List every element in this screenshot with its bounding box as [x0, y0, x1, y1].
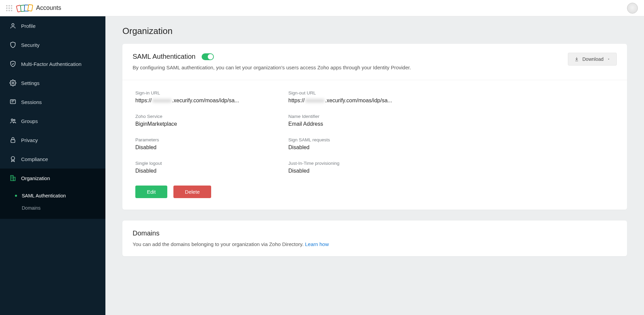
- sidebar-subitems: SAML Authentication Domains: [0, 188, 105, 219]
- svg-rect-8: [13, 177, 15, 181]
- logo[interactable]: Accounts: [18, 4, 61, 12]
- saml-card: SAML Authentication By configuring SAML …: [122, 44, 627, 210]
- sidebar-item-sessions[interactable]: Sessions: [0, 92, 105, 111]
- saml-toggle[interactable]: [202, 53, 214, 60]
- svg-rect-5: [11, 140, 15, 142]
- field-value: Disabled: [135, 144, 275, 151]
- svg-point-0: [12, 23, 14, 26]
- sidebar-subitem-domains[interactable]: Domains: [0, 202, 105, 214]
- field-label: Sign-in URL: [135, 90, 275, 95]
- download-icon: [574, 57, 579, 62]
- sidebar-item-security[interactable]: Security: [0, 35, 105, 54]
- sidebar-subitem-saml[interactable]: SAML Authentication: [0, 190, 105, 202]
- saml-description: By configuring SAML authentication, you …: [133, 64, 560, 72]
- sidebar-item-compliance[interactable]: Compliance: [0, 150, 105, 169]
- svg-point-1: [12, 82, 14, 84]
- field-label: Sign-out URL: [288, 90, 428, 95]
- sidebar-subitem-label: Domains: [22, 205, 40, 211]
- learn-how-link[interactable]: Learn how: [305, 241, 329, 247]
- svg-point-3: [11, 119, 13, 121]
- main-content: Organization SAML Authentication By conf…: [105, 16, 644, 315]
- sidebar-item-label: Multi-Factor Authentication: [21, 61, 82, 67]
- sidebar-item-label: Profile: [21, 23, 36, 29]
- shield-icon: [10, 41, 16, 48]
- field-label: Zoho Service: [135, 114, 275, 119]
- delete-button[interactable]: Delete: [173, 186, 211, 198]
- field-value: BiginMarketplace: [135, 121, 275, 127]
- sidebar-item-label: Groups: [21, 118, 38, 124]
- saml-card-body: Sign-in URL https:// xxxxxxx .xecurify.c…: [122, 80, 627, 210]
- sidebar: Profile Security Multi-Factor Authentica…: [0, 16, 105, 315]
- ribbon-icon: [10, 156, 16, 162]
- field-name-identifier: Name Identifier Email Address: [288, 114, 428, 127]
- sidebar-item-label: Security: [21, 42, 39, 48]
- app-name: Accounts: [36, 4, 61, 12]
- field-sign-out-url: Sign-out URL https:// xxxxxxx .xecurify.…: [288, 90, 428, 104]
- topbar-left: Accounts: [6, 4, 61, 12]
- field-sign-in-url: Sign-in URL https:// xxxxxxx .xecurify.c…: [135, 90, 275, 104]
- sidebar-item-groups[interactable]: Groups: [0, 111, 105, 130]
- profile-icon: [10, 22, 16, 29]
- saml-title: SAML Authentication: [133, 53, 196, 60]
- groups-icon: [10, 118, 16, 124]
- field-label: Sign SAML requests: [288, 137, 428, 142]
- domains-card-header: Domains You can add the domains belongin…: [122, 221, 627, 257]
- field-label: Name Identifier: [288, 114, 428, 119]
- apps-launcher-icon[interactable]: [6, 5, 12, 11]
- sidebar-item-label: Privacy: [21, 137, 38, 143]
- avatar[interactable]: [627, 3, 638, 14]
- zoho-logo-icon: [17, 4, 33, 12]
- field-value: Disabled: [135, 168, 275, 174]
- chevron-down-icon: [607, 57, 610, 61]
- lock-icon: [10, 137, 16, 143]
- building-icon: [10, 175, 16, 181]
- download-label: Download: [582, 56, 604, 62]
- field-sign-requests: Sign SAML requests Disabled: [288, 137, 428, 151]
- svg-point-4: [14, 119, 15, 121]
- field-value: Disabled: [288, 168, 428, 174]
- field-label: Just-In-Time provisioning: [288, 161, 428, 166]
- saml-actions: Edit Delete: [135, 186, 614, 198]
- sidebar-item-label: Organization: [21, 175, 50, 181]
- sidebar-item-organization[interactable]: Organization: [0, 169, 105, 188]
- sidebar-item-profile[interactable]: Profile: [0, 16, 105, 35]
- sidebar-item-privacy[interactable]: Privacy: [0, 130, 105, 150]
- field-value: https:// xxxxxxx .xecurify.com/moas/idp/…: [288, 98, 428, 104]
- shield-check-icon: [10, 60, 16, 67]
- domains-title: Domains: [133, 229, 159, 237]
- sidebar-item-label: Settings: [21, 80, 39, 86]
- page-title: Organization: [122, 26, 627, 36]
- sidebar-item-label: Compliance: [21, 156, 48, 162]
- svg-point-6: [11, 157, 15, 160]
- field-label: Parameters: [135, 137, 275, 142]
- field-single-logout: Single logout Disabled: [135, 161, 275, 174]
- field-label: Single logout: [135, 161, 275, 166]
- gear-icon: [10, 80, 16, 86]
- field-value: https:// xxxxxxx .xecurify.com/moas/idp/…: [135, 98, 275, 104]
- sidebar-item-mfa[interactable]: Multi-Factor Authentication: [0, 54, 105, 73]
- field-zoho-service: Zoho Service BiginMarketplace: [135, 114, 275, 127]
- sidebar-subitem-label: SAML Authentication: [22, 193, 66, 198]
- field-parameters: Parameters Disabled: [135, 137, 275, 151]
- topbar: Accounts: [0, 0, 644, 16]
- sidebar-item-label: Sessions: [21, 99, 42, 105]
- domains-description: You can add the domains belonging to you…: [133, 241, 617, 248]
- edit-button[interactable]: Edit: [135, 186, 167, 198]
- domains-card: Domains You can add the domains belongin…: [122, 221, 627, 257]
- field-value: Disabled: [288, 144, 428, 151]
- sidebar-item-settings[interactable]: Settings: [0, 73, 105, 92]
- download-button[interactable]: Download: [568, 53, 617, 66]
- saml-card-header: SAML Authentication By configuring SAML …: [122, 44, 627, 80]
- field-value: Email Address: [288, 121, 428, 127]
- field-jit: Just-In-Time provisioning Disabled: [288, 161, 428, 174]
- sessions-icon: [10, 99, 16, 105]
